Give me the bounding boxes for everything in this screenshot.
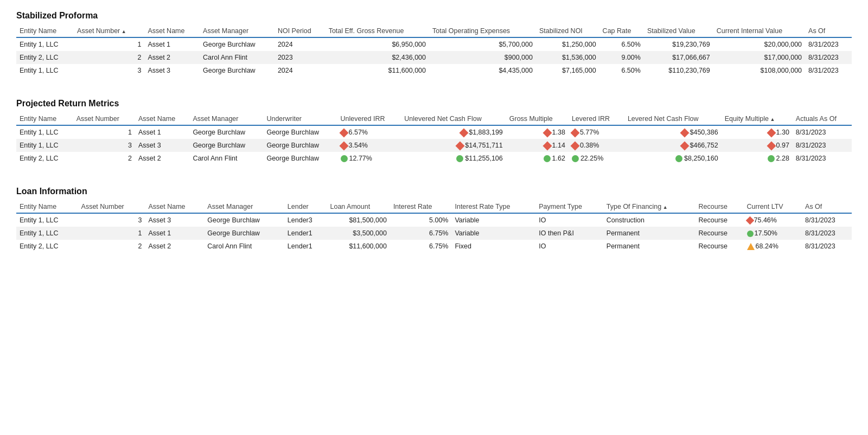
col-as-of[interactable]: As Of bbox=[805, 25, 852, 37]
prm-actuals-as-of: 8/31/2023 bbox=[793, 152, 852, 165]
col-noi-period[interactable]: NOI Period bbox=[275, 25, 326, 37]
loan-information-table: Entity Name Asset Number Asset Name Asse… bbox=[16, 201, 852, 253]
col-asset-number[interactable]: Asset Number bbox=[74, 25, 144, 37]
li-col-payment-type[interactable]: Payment Type bbox=[535, 201, 603, 213]
prm-col-entity-name[interactable]: Entity Name bbox=[16, 113, 73, 125]
sp-asset-manager: George Burchlaw bbox=[200, 37, 275, 51]
li-asset-name: Asset 1 bbox=[145, 227, 204, 240]
li-col-asset-manager[interactable]: Asset Manager bbox=[204, 201, 284, 213]
sp-total-eff-gross-revenue: $11,600,000 bbox=[326, 64, 429, 77]
sp-asset-name: Asset 3 bbox=[144, 64, 200, 77]
table-row: Entity 1, LLC 3 Asset 3 George Burchlaw … bbox=[16, 64, 852, 77]
li-interest-rate-type: Variable bbox=[451, 227, 535, 240]
diamond-red-icon bbox=[339, 128, 348, 137]
li-col-as-of[interactable]: As Of bbox=[802, 201, 852, 213]
sp-asset-manager: Carol Ann Flint bbox=[200, 51, 275, 64]
li-col-current-ltv[interactable]: Current LTV bbox=[744, 201, 802, 213]
li-lender: Lender1 bbox=[284, 240, 327, 253]
li-loan-amount: $3,500,000 bbox=[327, 227, 390, 240]
li-col-type-of-financing[interactable]: Type Of Financing bbox=[603, 201, 695, 213]
sp-cap-rate: 9.00% bbox=[599, 51, 644, 64]
col-asset-manager[interactable]: Asset Manager bbox=[200, 25, 275, 37]
sp-entity-name: Entity 1, LLC bbox=[16, 37, 74, 51]
li-current-ltv: 75.46% bbox=[744, 213, 802, 227]
sp-total-operating-expenses: $4,435,000 bbox=[429, 64, 536, 77]
sp-total-operating-expenses: $900,000 bbox=[429, 51, 536, 64]
prm-levered-irr: 0.38% bbox=[569, 139, 624, 152]
prm-col-actuals-as-of[interactable]: Actuals As Of bbox=[793, 113, 852, 125]
diamond-red-icon bbox=[459, 128, 469, 137]
col-entity-name[interactable]: Entity Name bbox=[16, 25, 74, 37]
prm-unlevered-irr: 12.77% bbox=[337, 152, 401, 165]
prm-col-unlevered-net-cash-flow[interactable]: Unlevered Net Cash Flow bbox=[401, 113, 506, 125]
li-current-ltv: 68.24% bbox=[744, 240, 802, 253]
sp-asset-number: 1 bbox=[74, 37, 144, 51]
stabilized-proforma-section: Stabilized Proforma Entity Name Asset Nu… bbox=[16, 11, 852, 77]
li-asset-number: 3 bbox=[78, 213, 145, 227]
prm-col-levered-net-cash-flow[interactable]: Levered Net Cash Flow bbox=[624, 113, 722, 125]
sp-as-of: 8/31/2023 bbox=[805, 37, 852, 51]
li-asset-manager: Carol Ann Flint bbox=[204, 240, 284, 253]
prm-entity-name: Entity 2, LLC bbox=[16, 152, 73, 165]
prm-unlevered-irr: 6.57% bbox=[337, 125, 401, 139]
diamond-red-icon bbox=[570, 141, 579, 150]
circle-green-icon bbox=[675, 155, 682, 162]
li-col-recourse[interactable]: Recourse bbox=[695, 201, 744, 213]
prm-col-unlevered-irr[interactable]: Unlevered IRR bbox=[337, 113, 401, 125]
prm-col-levered-irr[interactable]: Levered IRR bbox=[569, 113, 624, 125]
col-total-eff-gross-revenue[interactable]: Total Eff. Gross Revenue bbox=[326, 25, 429, 37]
li-interest-rate: 6.75% bbox=[390, 227, 452, 240]
prm-levered-net-cash-flow: $466,752 bbox=[624, 139, 722, 152]
li-col-entity-name[interactable]: Entity Name bbox=[16, 201, 78, 213]
col-cap-rate[interactable]: Cap Rate bbox=[599, 25, 644, 37]
prm-col-equity-multiple[interactable]: Equity Multiple bbox=[722, 113, 793, 125]
li-recourse: Recourse bbox=[695, 227, 744, 240]
prm-levered-net-cash-flow: $8,250,160 bbox=[624, 152, 722, 165]
li-entity-name: Entity 1, LLC bbox=[16, 227, 78, 240]
prm-levered-irr: 5.77% bbox=[569, 125, 624, 139]
sp-stabilized-noi: $1,536,000 bbox=[536, 51, 599, 64]
circle-green-icon bbox=[456, 155, 463, 162]
prm-header-row: Entity Name Asset Number Asset Name Asse… bbox=[16, 113, 852, 125]
stabilized-proforma-table: Entity Name Asset Number Asset Name Asse… bbox=[16, 25, 852, 77]
li-entity-name: Entity 2, LLC bbox=[16, 240, 78, 253]
li-as-of: 8/31/2023 bbox=[802, 240, 852, 253]
li-col-interest-rate[interactable]: Interest Rate bbox=[390, 201, 452, 213]
col-total-operating-expenses[interactable]: Total Operating Expenses bbox=[429, 25, 536, 37]
sp-asset-name: Asset 2 bbox=[144, 51, 200, 64]
table-row: Entity 1, LLC 1 Asset 1 George Burchlaw … bbox=[16, 125, 852, 139]
li-lender: Lender3 bbox=[284, 213, 327, 227]
prm-col-asset-name[interactable]: Asset Name bbox=[135, 113, 189, 125]
li-col-interest-rate-type[interactable]: Interest Rate Type bbox=[451, 201, 535, 213]
prm-col-gross-multiple[interactable]: Gross Multiple bbox=[506, 113, 569, 125]
diamond-red-icon bbox=[767, 141, 776, 150]
projected-return-metrics-title: Projected Return Metrics bbox=[16, 99, 852, 108]
col-stabilized-value[interactable]: Stabilized Value bbox=[644, 25, 713, 37]
prm-col-asset-number[interactable]: Asset Number bbox=[73, 113, 135, 125]
prm-equity-multiple: 0.97 bbox=[722, 139, 793, 152]
li-col-lender[interactable]: Lender bbox=[284, 201, 327, 213]
prm-equity-multiple: 1.30 bbox=[722, 125, 793, 139]
prm-asset-name: Asset 2 bbox=[135, 152, 189, 165]
circle-green-icon bbox=[768, 155, 775, 162]
diamond-red-icon bbox=[680, 141, 690, 150]
prm-entity-name: Entity 1, LLC bbox=[16, 125, 73, 139]
li-col-asset-name[interactable]: Asset Name bbox=[145, 201, 204, 213]
li-interest-rate-type: Fixed bbox=[451, 240, 535, 253]
sp-total-eff-gross-revenue: $2,436,000 bbox=[326, 51, 429, 64]
prm-gross-multiple: 1.38 bbox=[506, 125, 569, 139]
prm-col-underwriter[interactable]: Underwriter bbox=[263, 113, 337, 125]
sp-entity-name: Entity 2, LLC bbox=[16, 51, 74, 64]
col-asset-name[interactable]: Asset Name bbox=[144, 25, 200, 37]
prm-underwriter: George Burchlaw bbox=[263, 152, 337, 165]
col-stabilized-noi[interactable]: Stabilized NOI bbox=[536, 25, 599, 37]
li-recourse: Recourse bbox=[695, 240, 744, 253]
sp-stabilized-noi: $7,165,000 bbox=[536, 64, 599, 77]
prm-unlevered-net-cash-flow: $11,255,106 bbox=[401, 152, 506, 165]
li-payment-type: IO bbox=[535, 240, 603, 253]
prm-col-asset-manager[interactable]: Asset Manager bbox=[189, 113, 263, 125]
col-current-internal-value[interactable]: Current Internal Value bbox=[713, 25, 805, 37]
li-payment-type: IO bbox=[535, 213, 603, 227]
li-col-loan-amount[interactable]: Loan Amount bbox=[327, 201, 390, 213]
li-col-asset-number[interactable]: Asset Number bbox=[78, 201, 145, 213]
